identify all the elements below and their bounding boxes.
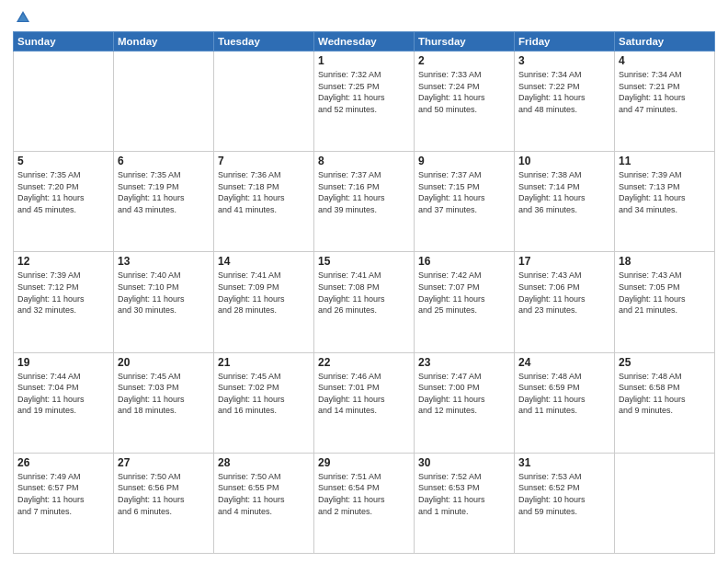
cell-info: Sunrise: 7:43 AM Sunset: 7:06 PM Dayligh…	[518, 270, 610, 316]
cell-info: Sunrise: 7:34 AM Sunset: 7:21 PM Dayligh…	[619, 69, 711, 115]
calendar-cell: 11Sunrise: 7:39 AM Sunset: 7:13 PM Dayli…	[615, 152, 715, 252]
day-number: 24	[518, 356, 610, 369]
calendar-cell: 1Sunrise: 7:32 AM Sunset: 7:25 PM Daylig…	[314, 52, 415, 152]
day-number: 8	[318, 155, 410, 167]
calendar-cell: 28Sunrise: 7:50 AM Sunset: 6:55 PM Dayli…	[214, 453, 314, 553]
day-number: 14	[218, 255, 310, 268]
calendar-cell: 7Sunrise: 7:36 AM Sunset: 7:18 PM Daylig…	[214, 152, 314, 252]
calendar-cell: 6Sunrise: 7:35 AM Sunset: 7:19 PM Daylig…	[114, 152, 214, 252]
calendar-cell: 4Sunrise: 7:34 AM Sunset: 7:21 PM Daylig…	[615, 52, 715, 152]
cell-info: Sunrise: 7:46 AM Sunset: 7:01 PM Dayligh…	[318, 371, 410, 417]
day-number: 21	[218, 356, 310, 369]
logo	[13, 9, 33, 26]
calendar-cell	[114, 52, 214, 152]
calendar-cell: 21Sunrise: 7:45 AM Sunset: 7:02 PM Dayli…	[214, 352, 314, 453]
calendar-cell: 12Sunrise: 7:39 AM Sunset: 7:12 PM Dayli…	[14, 252, 114, 352]
weekday-header-row: SundayMondayTuesdayWednesdayThursdayFrid…	[14, 32, 715, 52]
calendar-cell: 9Sunrise: 7:37 AM Sunset: 7:15 PM Daylig…	[415, 152, 515, 252]
weekday-header-thursday: Thursday	[415, 32, 515, 52]
day-number: 9	[418, 155, 510, 167]
calendar-cell	[14, 52, 114, 152]
cell-info: Sunrise: 7:32 AM Sunset: 7:25 PM Dayligh…	[318, 69, 410, 115]
cell-info: Sunrise: 7:35 AM Sunset: 7:20 PM Dayligh…	[17, 169, 109, 215]
cell-info: Sunrise: 7:44 AM Sunset: 7:04 PM Dayligh…	[17, 371, 109, 417]
day-number: 5	[17, 155, 109, 167]
calendar-cell	[214, 52, 314, 152]
logo-icon	[15, 9, 31, 26]
calendar-cell: 3Sunrise: 7:34 AM Sunset: 7:22 PM Daylig…	[515, 52, 615, 152]
week-row-3: 19Sunrise: 7:44 AM Sunset: 7:04 PM Dayli…	[14, 352, 715, 453]
day-number: 22	[318, 356, 410, 369]
header	[13, 9, 715, 26]
calendar-cell: 14Sunrise: 7:41 AM Sunset: 7:09 PM Dayli…	[214, 252, 314, 352]
weekday-header-sunday: Sunday	[14, 32, 114, 52]
cell-info: Sunrise: 7:48 AM Sunset: 6:59 PM Dayligh…	[518, 371, 610, 417]
weekday-header-tuesday: Tuesday	[214, 32, 314, 52]
cell-info: Sunrise: 7:39 AM Sunset: 7:13 PM Dayligh…	[619, 169, 711, 215]
cell-info: Sunrise: 7:33 AM Sunset: 7:24 PM Dayligh…	[418, 69, 510, 115]
calendar-cell: 10Sunrise: 7:38 AM Sunset: 7:14 PM Dayli…	[515, 152, 615, 252]
calendar-cell: 22Sunrise: 7:46 AM Sunset: 7:01 PM Dayli…	[314, 352, 415, 453]
calendar-cell: 16Sunrise: 7:42 AM Sunset: 7:07 PM Dayli…	[415, 252, 515, 352]
cell-info: Sunrise: 7:36 AM Sunset: 7:18 PM Dayligh…	[218, 169, 310, 215]
calendar-cell: 29Sunrise: 7:51 AM Sunset: 6:54 PM Dayli…	[314, 453, 415, 553]
day-number: 23	[418, 356, 510, 369]
cell-info: Sunrise: 7:45 AM Sunset: 7:02 PM Dayligh…	[218, 371, 310, 417]
day-number: 10	[518, 155, 610, 167]
cell-info: Sunrise: 7:48 AM Sunset: 6:58 PM Dayligh…	[619, 371, 711, 417]
day-number: 17	[518, 255, 610, 268]
cell-info: Sunrise: 7:37 AM Sunset: 7:16 PM Dayligh…	[318, 169, 410, 215]
calendar-cell: 20Sunrise: 7:45 AM Sunset: 7:03 PM Dayli…	[114, 352, 214, 453]
calendar-cell: 17Sunrise: 7:43 AM Sunset: 7:06 PM Dayli…	[515, 252, 615, 352]
calendar-cell: 8Sunrise: 7:37 AM Sunset: 7:16 PM Daylig…	[314, 152, 415, 252]
cell-info: Sunrise: 7:50 AM Sunset: 6:56 PM Dayligh…	[118, 471, 210, 517]
day-number: 15	[318, 255, 410, 268]
day-number: 2	[418, 54, 510, 67]
calendar-cell: 24Sunrise: 7:48 AM Sunset: 6:59 PM Dayli…	[515, 352, 615, 453]
cell-info: Sunrise: 7:50 AM Sunset: 6:55 PM Dayligh…	[218, 471, 310, 517]
cell-info: Sunrise: 7:42 AM Sunset: 7:07 PM Dayligh…	[418, 270, 510, 316]
day-number: 7	[218, 155, 310, 167]
calendar-cell	[615, 453, 715, 553]
cell-info: Sunrise: 7:51 AM Sunset: 6:54 PM Dayligh…	[318, 471, 410, 517]
cell-info: Sunrise: 7:43 AM Sunset: 7:05 PM Dayligh…	[619, 270, 711, 316]
cell-info: Sunrise: 7:53 AM Sunset: 6:52 PM Dayligh…	[518, 471, 610, 517]
calendar-cell: 26Sunrise: 7:49 AM Sunset: 6:57 PM Dayli…	[14, 453, 114, 553]
cell-info: Sunrise: 7:35 AM Sunset: 7:19 PM Dayligh…	[118, 169, 210, 215]
calendar-table: SundayMondayTuesdayWednesdayThursdayFrid…	[13, 31, 715, 554]
week-row-4: 26Sunrise: 7:49 AM Sunset: 6:57 PM Dayli…	[14, 453, 715, 553]
day-number: 27	[118, 456, 210, 469]
day-number: 11	[619, 155, 711, 167]
calendar-cell: 15Sunrise: 7:41 AM Sunset: 7:08 PM Dayli…	[314, 252, 415, 352]
day-number: 26	[17, 456, 109, 469]
day-number: 29	[318, 456, 410, 469]
calendar-cell: 25Sunrise: 7:48 AM Sunset: 6:58 PM Dayli…	[615, 352, 715, 453]
calendar-cell: 18Sunrise: 7:43 AM Sunset: 7:05 PM Dayli…	[615, 252, 715, 352]
day-number: 6	[118, 155, 210, 167]
day-number: 31	[518, 456, 610, 469]
day-number: 30	[418, 456, 510, 469]
cell-info: Sunrise: 7:41 AM Sunset: 7:09 PM Dayligh…	[218, 270, 310, 316]
calendar-cell: 2Sunrise: 7:33 AM Sunset: 7:24 PM Daylig…	[415, 52, 515, 152]
week-row-0: 1Sunrise: 7:32 AM Sunset: 7:25 PM Daylig…	[14, 52, 715, 152]
calendar-cell: 5Sunrise: 7:35 AM Sunset: 7:20 PM Daylig…	[14, 152, 114, 252]
weekday-header-saturday: Saturday	[615, 32, 715, 52]
cell-info: Sunrise: 7:47 AM Sunset: 7:00 PM Dayligh…	[418, 371, 510, 417]
day-number: 25	[619, 356, 711, 369]
calendar-cell: 31Sunrise: 7:53 AM Sunset: 6:52 PM Dayli…	[515, 453, 615, 553]
day-number: 4	[619, 54, 711, 67]
page: SundayMondayTuesdayWednesdayThursdayFrid…	[0, 0, 728, 563]
cell-info: Sunrise: 7:49 AM Sunset: 6:57 PM Dayligh…	[17, 471, 109, 517]
day-number: 3	[518, 54, 610, 67]
cell-info: Sunrise: 7:37 AM Sunset: 7:15 PM Dayligh…	[418, 169, 510, 215]
cell-info: Sunrise: 7:52 AM Sunset: 6:53 PM Dayligh…	[418, 471, 510, 517]
day-number: 16	[418, 255, 510, 268]
weekday-header-wednesday: Wednesday	[314, 32, 415, 52]
weekday-header-friday: Friday	[515, 32, 615, 52]
day-number: 13	[118, 255, 210, 268]
calendar-cell: 23Sunrise: 7:47 AM Sunset: 7:00 PM Dayli…	[415, 352, 515, 453]
calendar-cell: 27Sunrise: 7:50 AM Sunset: 6:56 PM Dayli…	[114, 453, 214, 553]
cell-info: Sunrise: 7:38 AM Sunset: 7:14 PM Dayligh…	[518, 169, 610, 215]
cell-info: Sunrise: 7:40 AM Sunset: 7:10 PM Dayligh…	[118, 270, 210, 316]
weekday-header-monday: Monday	[114, 32, 214, 52]
